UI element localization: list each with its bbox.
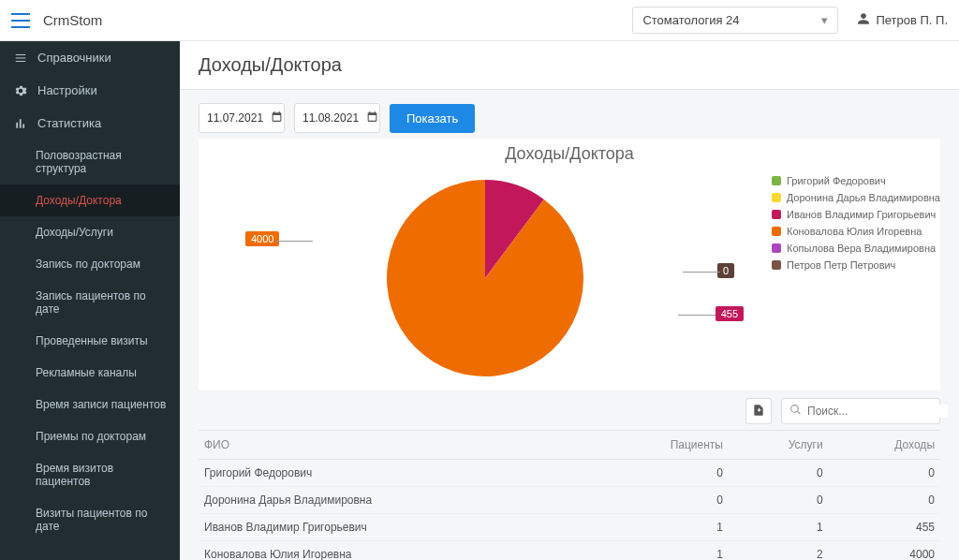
sidebar-subitem[interactable]: Визиты пациентов по дате: [0, 497, 180, 542]
sidebar-subitem[interactable]: Проведенные визиты: [0, 325, 180, 357]
cell-services: 0: [729, 487, 829, 514]
sidebar-item-label: Справочники: [37, 51, 111, 65]
legend-item[interactable]: Иванов Владимир Григорьевич: [772, 209, 940, 220]
pie-label-455: 455: [716, 306, 744, 321]
user-menu[interactable]: Петров П. П.: [857, 12, 948, 28]
legend-swatch: [772, 210, 781, 219]
sidebar-item-references[interactable]: Справочники: [0, 41, 180, 74]
pie-label-0: 0: [717, 263, 734, 278]
list-icon: [13, 52, 28, 65]
sidebar-subitem[interactable]: Доходы/Услуги: [0, 216, 180, 248]
sidebar: Справочники Настройки Статистика Половоз…: [0, 41, 180, 560]
legend-item[interactable]: Петров Петр Петрович: [772, 259, 940, 271]
legend-item[interactable]: Копылова Вера Владимировна: [772, 243, 940, 254]
show-button[interactable]: Показать: [390, 104, 475, 133]
cell-income: 0: [829, 460, 940, 487]
search-icon: [789, 404, 802, 419]
user-icon: [857, 12, 870, 28]
export-button[interactable]: [745, 398, 772, 424]
date-to-input[interactable]: 11.08.2021: [294, 103, 380, 133]
col-patients[interactable]: Пациенты: [589, 431, 729, 460]
legend-label: Коновалова Юлия Игоревна: [787, 226, 922, 237]
date-from-input[interactable]: 11.07.2021: [199, 103, 285, 133]
pie-slice[interactable]: [387, 180, 583, 376]
calendar-icon: [271, 111, 283, 125]
cell-income: 455: [829, 514, 940, 541]
chart-legend: Григорий ФедоровичДоронина Дарья Владими…: [772, 166, 940, 391]
sidebar-subitem[interactable]: Запись пациентов по дате: [0, 280, 180, 325]
doctors-table: ФИО Пациенты Услуги Доходы Григорий Федо…: [199, 430, 940, 560]
sidebar-item-label: Статистика: [37, 116, 101, 130]
cell-name: Иванов Владимир Григорьевич: [199, 514, 589, 541]
cell-name: Коновалова Юлия Игоревна: [199, 541, 589, 561]
pie-chart: 4000 0 455: [199, 166, 772, 391]
legend-label: Иванов Владимир Григорьевич: [787, 209, 936, 220]
col-income[interactable]: Доходы: [829, 431, 940, 460]
table-search-input[interactable]: [807, 405, 948, 418]
sidebar-subitem[interactable]: Время визитов пациентов: [0, 452, 180, 497]
sidebar-item-settings[interactable]: Настройки: [0, 74, 180, 107]
cell-name: Доронина Дарья Владимировна: [199, 487, 589, 514]
cell-patients: 0: [589, 487, 729, 514]
chevron-down-icon: ▾: [821, 13, 828, 27]
gear-icon: [13, 84, 28, 97]
calendar-icon: [366, 111, 378, 125]
pie-label-4000: 4000: [245, 231, 279, 246]
legend-label: Петров Петр Петрович: [787, 259, 895, 271]
cell-services: 2: [729, 541, 829, 561]
sidebar-item-statistics[interactable]: Статистика: [0, 107, 180, 140]
legend-label: Григорий Федорович: [787, 175, 886, 186]
pie-label-line: [683, 272, 720, 273]
table-row[interactable]: Григорий Федорович 0 0 0: [199, 460, 940, 487]
sidebar-subitem[interactable]: Половозрастная структура: [0, 140, 180, 184]
legend-swatch: [772, 193, 781, 202]
sidebar-item-label: Настройки: [37, 83, 97, 97]
legend-label: Копылова Вера Владимировна: [787, 243, 936, 254]
download-icon: [752, 404, 765, 420]
cell-patients: 1: [589, 541, 729, 561]
col-fio[interactable]: ФИО: [199, 431, 589, 460]
legend-label: Доронина Дарья Владимировна: [787, 192, 940, 203]
cell-patients: 0: [589, 460, 729, 487]
menu-toggle-button[interactable]: [11, 13, 30, 28]
table-search[interactable]: [781, 398, 940, 424]
table-row[interactable]: Доронина Дарья Владимировна 0 0 0: [199, 487, 940, 514]
legend-swatch: [772, 260, 781, 270]
legend-swatch: [772, 227, 781, 236]
cell-income: 4000: [829, 541, 940, 561]
page-header: Доходы/Доктора: [180, 41, 959, 90]
page-title: Доходы/Доктора: [199, 54, 940, 76]
legend-item[interactable]: Коновалова Юлия Игоревна: [772, 226, 940, 237]
app-brand: CrmStom: [43, 12, 102, 28]
top-bar: CrmStom Стоматология 24 ▾ Петров П. П.: [0, 0, 959, 41]
cell-patients: 1: [589, 514, 729, 541]
sidebar-subitem[interactable]: Время записи пациентов: [0, 389, 180, 420]
bars-icon: [13, 117, 28, 130]
filter-bar: 11.07.2021 11.08.2021 Показать: [199, 103, 940, 133]
cell-services: 1: [729, 514, 829, 541]
table-row[interactable]: Иванов Владимир Григорьевич 1 1 455: [199, 514, 940, 541]
clinic-selected-value: Стоматология 24: [642, 13, 739, 27]
content-area: Доходы/Доктора 11.07.2021 11.08.2021 Пок…: [180, 41, 959, 560]
legend-swatch: [772, 243, 781, 253]
table-toolbar: [199, 391, 940, 430]
user-name: Петров П. П.: [876, 13, 948, 27]
sidebar-subitem[interactable]: Запись по докторам: [0, 248, 180, 280]
cell-income: 0: [829, 487, 940, 514]
col-services[interactable]: Услуги: [729, 431, 829, 460]
date-from-value: 11.07.2021: [207, 111, 263, 125]
legend-item[interactable]: Григорий Федорович: [772, 175, 940, 186]
legend-item[interactable]: Доронина Дарья Владимировна: [772, 192, 940, 203]
legend-swatch: [772, 176, 781, 185]
sidebar-subitem[interactable]: Приемы по докторам: [0, 420, 180, 452]
cell-name: Григорий Федорович: [199, 460, 589, 487]
clinic-selector[interactable]: Стоматология 24 ▾: [632, 7, 838, 34]
pie-label-line: [275, 241, 313, 242]
chart-title: Доходы/Доктора: [199, 139, 940, 166]
sidebar-subitem[interactable]: Рекламные каналы: [0, 357, 180, 389]
sidebar-subitem[interactable]: Доходы/Доктора: [0, 184, 180, 216]
table-row[interactable]: Коновалова Юлия Игоревна 1 2 4000: [199, 541, 940, 561]
pie-label-line: [678, 315, 716, 316]
cell-services: 0: [729, 460, 829, 487]
chart-card: Доходы/Доктора 4000 0 455 Григорий Федор…: [199, 139, 940, 391]
